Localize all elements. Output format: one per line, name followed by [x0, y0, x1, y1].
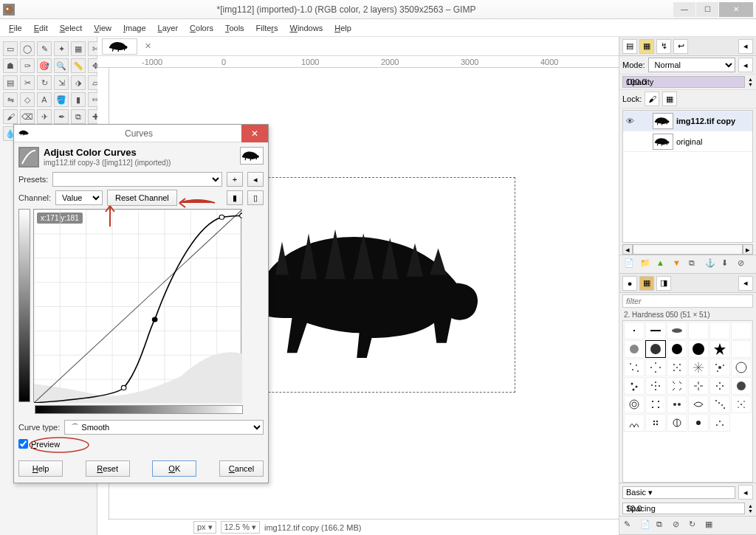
brush-item[interactable] — [645, 377, 666, 395]
preview-checkbox[interactable] — [18, 439, 28, 449]
delete-brush-icon[interactable]: ⊘ — [673, 520, 684, 531]
brush-item[interactable] — [645, 359, 666, 376]
brush-item[interactable] — [688, 396, 709, 413]
presets-select[interactable] — [52, 172, 222, 187]
channels-tab-icon[interactable]: ▦ — [639, 39, 654, 54]
brush-item[interactable] — [688, 322, 709, 339]
brush-item[interactable] — [731, 322, 752, 339]
menu-filters[interactable]: Filters — [252, 21, 283, 35]
brush-item[interactable] — [709, 396, 730, 413]
merge-layer-icon[interactable]: ⬇ — [721, 258, 733, 270]
layers-tab-icon[interactable]: ▤ — [622, 39, 637, 54]
preset-menu-icon[interactable]: ◂ — [247, 172, 264, 187]
tool-eraser[interactable]: ⌫ — [20, 109, 35, 124]
brush-item[interactable] — [645, 396, 666, 413]
scroll-left-icon[interactable]: ◂ — [622, 244, 633, 255]
scroll-right-icon[interactable]: ▸ — [743, 244, 753, 255]
brush-item[interactable] — [688, 377, 709, 395]
brush-item[interactable] — [709, 322, 730, 339]
brush-item[interactable] — [624, 322, 645, 339]
spacing-slider[interactable]: Spacing 10.0 — [622, 503, 745, 514]
brush-item[interactable] — [688, 414, 709, 432]
layer-group-icon[interactable]: 📁 — [640, 258, 652, 270]
image-tab-thumbnail[interactable] — [102, 38, 137, 55]
brush-item[interactable] — [731, 359, 752, 376]
new-brush-icon[interactable]: 📄 — [640, 520, 652, 531]
eye-icon[interactable]: 👁 — [626, 117, 636, 125]
pattern-tab-icon[interactable]: ▦ — [639, 276, 654, 291]
brush-item[interactable] — [645, 414, 666, 432]
spacing-up-icon[interactable]: ▲ — [748, 503, 753, 508]
opacity-down-icon[interactable]: ▼ — [748, 82, 753, 87]
menu-select[interactable]: Select — [55, 21, 87, 35]
menu-colors[interactable]: Colors — [185, 21, 218, 35]
panel-menu-icon-4[interactable]: ◂ — [738, 485, 753, 500]
tool-shear[interactable]: ⬗ — [71, 75, 86, 90]
tool-paths[interactable]: ✑ — [20, 58, 35, 73]
tool-measure[interactable]: 📏 — [71, 58, 86, 73]
reset-button[interactable]: Reset — [86, 460, 130, 477]
duplicate-layer-icon[interactable]: ⧉ — [689, 258, 701, 270]
paths-tab-icon[interactable]: ↯ — [656, 39, 671, 54]
opacity-slider[interactable]: Opacity 100.0 — [622, 76, 745, 88]
brush-item[interactable] — [667, 377, 687, 395]
brush-item[interactable] — [688, 359, 709, 376]
history-tab-icon[interactable]: ↩ — [673, 39, 688, 54]
cancel-button[interactable]: Cancel — [219, 460, 264, 477]
reset-channel-button[interactable]: Reset Channel — [107, 190, 177, 206]
tool-flip[interactable]: ⇋ — [3, 92, 18, 107]
tool-cage[interactable]: ◇ — [20, 92, 35, 107]
tool-blend[interactable]: ▮ — [71, 92, 86, 107]
brush-item[interactable] — [709, 377, 730, 395]
brush-item[interactable] — [731, 396, 752, 413]
menu-file[interactable]: File — [4, 21, 27, 35]
brush-item[interactable] — [709, 359, 730, 376]
zoom-select[interactable]: 12.5 % ▾ — [221, 521, 260, 534]
brush-item[interactable] — [709, 340, 730, 358]
tool-ellipse-select[interactable]: ◯ — [20, 41, 35, 56]
panel-menu-icon[interactable]: ◂ — [738, 39, 753, 54]
tool-ink[interactable]: ✒ — [54, 109, 69, 124]
brush-item-selected[interactable] — [645, 340, 666, 358]
image-tab-close-icon[interactable]: ✕ — [142, 41, 154, 52]
gradient-tab-icon[interactable]: ◨ — [656, 276, 671, 291]
curve-canvas[interactable]: x:171 y:181 — [33, 209, 241, 402]
lock-alpha-icon[interactable]: ▦ — [662, 92, 677, 106]
brush-item[interactable] — [688, 340, 709, 358]
layer-item[interactable]: 👁 img112.tif copy — [623, 111, 752, 131]
tool-crop[interactable]: ✂ — [20, 75, 35, 90]
delete-layer-icon[interactable]: ⊘ — [738, 258, 749, 270]
menu-edit[interactable]: Edit — [30, 21, 52, 35]
histogram-log-icon[interactable]: ▯ — [247, 190, 264, 205]
layer-up-icon[interactable]: ▲ — [656, 258, 668, 270]
tool-color-picker[interactable]: 🎯 — [37, 58, 52, 73]
menu-tools[interactable]: Tools — [221, 21, 249, 35]
menu-help[interactable]: Help — [330, 21, 356, 35]
panel-menu-icon-2[interactable]: ◂ — [738, 58, 753, 72]
opacity-up-icon[interactable]: ▲ — [748, 77, 753, 82]
channel-select[interactable]: Value — [55, 190, 103, 205]
brush-item[interactable] — [667, 322, 687, 339]
ok-button[interactable]: OK — [152, 460, 196, 477]
brush-preset-select[interactable]: Basic ▾ — [622, 486, 735, 499]
tool-rect-select[interactable]: ▭ — [3, 41, 18, 56]
add-preset-icon[interactable]: + — [227, 172, 243, 187]
dialog-close-button[interactable]: ✕ — [241, 125, 268, 142]
tool-bucket[interactable]: 🪣 — [54, 92, 69, 107]
brush-item[interactable] — [624, 359, 645, 376]
brush-item[interactable] — [667, 340, 687, 358]
tool-scale[interactable]: ⇲ — [54, 75, 69, 90]
lock-pixels-icon[interactable]: 🖌 — [645, 92, 659, 106]
window-maximize-button[interactable]: ☐ — [696, 2, 718, 17]
window-minimize-button[interactable]: — — [673, 2, 695, 17]
tool-color-select[interactable]: ▦ — [71, 41, 86, 56]
mode-select[interactable]: Normal — [648, 58, 735, 72]
tool-rotate[interactable]: ↻ — [37, 75, 52, 90]
brush-as-image-icon[interactable]: ▦ — [705, 520, 717, 531]
tool-free-select[interactable]: ✎ — [37, 41, 52, 56]
unit-select[interactable]: px ▾ — [193, 521, 216, 534]
brush-item[interactable] — [709, 414, 730, 432]
brush-item[interactable] — [624, 340, 645, 358]
panel-menu-icon-3[interactable]: ◂ — [738, 276, 753, 291]
new-layer-icon[interactable]: 📄 — [624, 258, 636, 270]
